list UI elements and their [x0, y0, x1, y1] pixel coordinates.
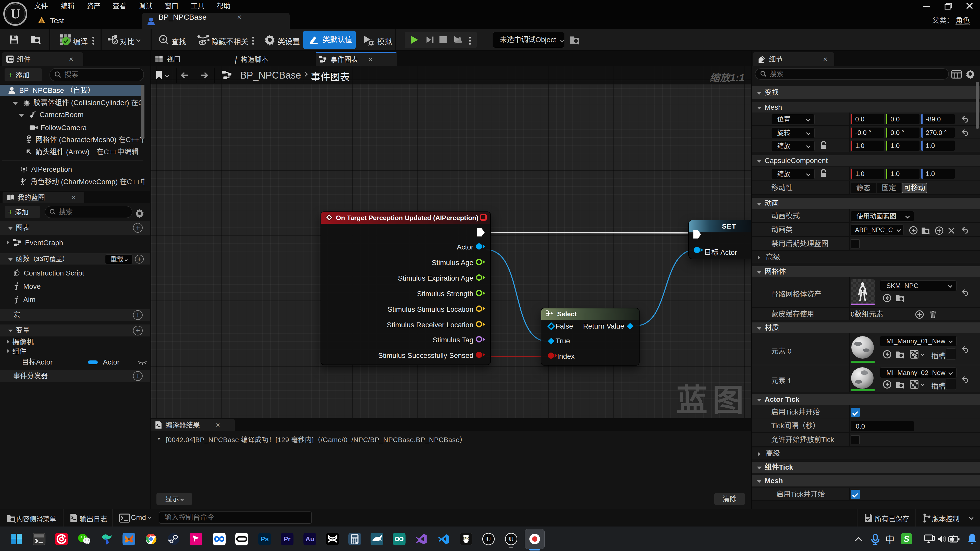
- svg-text:U: U: [11, 6, 20, 21]
- svg-text:U: U: [486, 535, 491, 543]
- svg-text:U: U: [509, 535, 514, 543]
- svg-text:EPIC: EPIC: [463, 537, 469, 540]
